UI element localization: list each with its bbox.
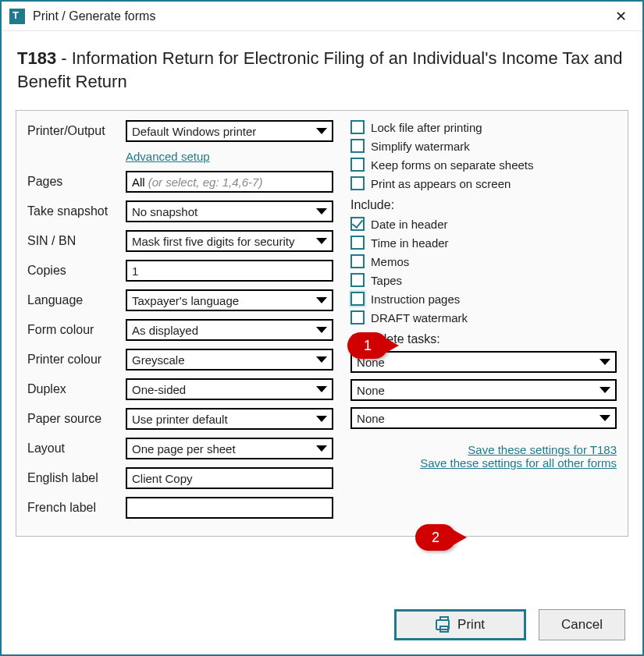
complete-task-3-value: None: [357, 412, 385, 425]
complete-task-2-value: None: [357, 384, 385, 397]
snapshot-select[interactable]: No snapshot: [126, 200, 333, 222]
complete-task-2-select[interactable]: None: [350, 379, 617, 401]
snapshot-value: No snapshot: [132, 205, 197, 218]
separate-sheets-label: Keep forms on separate sheets: [371, 158, 533, 172]
left-column: Printer/Output Default Windows printer A…: [27, 120, 333, 527]
window-title: Print / Generate forms: [33, 9, 607, 23]
form-colour-select[interactable]: As displayed: [126, 319, 333, 341]
tapes-label: Tapes: [371, 274, 402, 287]
settings-panel: Printer/Output Default Windows printer A…: [16, 110, 628, 537]
language-label: Language: [27, 293, 126, 307]
save-settings-all-forms-link[interactable]: Save these settings for all other forms: [420, 456, 617, 470]
complete-task-3-select[interactable]: None: [350, 407, 617, 429]
copies-value: 1: [132, 264, 138, 278]
print-button[interactable]: Print: [394, 609, 526, 640]
duplex-select[interactable]: One-sided: [126, 378, 333, 400]
app-icon: [9, 9, 25, 24]
advanced-setup-link[interactable]: Advanced setup: [126, 150, 210, 163]
dialog-header: T183 - Information Return for Electronic…: [2, 31, 642, 101]
chevron-down-icon: [316, 445, 327, 452]
printer-icon: [436, 619, 450, 630]
form-title: - Information Return for Electronic Fili…: [17, 48, 622, 91]
include-section-label: Include:: [350, 198, 617, 212]
form-colour-label: Form colour: [27, 323, 126, 337]
form-colour-value: As displayed: [132, 324, 198, 337]
form-code: T183: [17, 48, 56, 68]
time-in-header-label: Time in header: [371, 236, 449, 250]
paper-source-label: Paper source: [27, 412, 126, 426]
print-as-appears-label: Print as appears on screen: [371, 177, 511, 190]
duplex-value: One-sided: [132, 383, 186, 396]
chevron-down-icon: [600, 359, 610, 365]
chevron-down-icon: [316, 208, 327, 215]
dialog-print-generate-forms: Print / Generate forms ✕ T183 - Informat…: [0, 0, 644, 656]
printer-output-value: Default Windows printer: [132, 125, 256, 138]
chevron-down-icon: [316, 128, 327, 134]
chevron-down-icon: [316, 386, 327, 392]
instruction-pages-checkbox[interactable]: [350, 292, 365, 306]
draft-watermark-label: DRAFT watermark: [371, 311, 468, 324]
tapes-checkbox[interactable]: [350, 273, 365, 287]
date-in-header-label: Date in header: [371, 218, 447, 231]
complete-task-1-select[interactable]: None: [350, 351, 617, 373]
cancel-button-label: Cancel: [561, 617, 603, 633]
print-as-appears-checkbox[interactable]: [350, 176, 365, 190]
instruction-pages-label: Instruction pages: [371, 293, 460, 306]
language-value: Taxpayer's language: [132, 294, 239, 307]
pages-placeholder: (or select, eg: 1,4,6-7): [148, 176, 263, 189]
chevron-down-icon: [316, 416, 327, 422]
chevron-down-icon: [600, 415, 610, 421]
printer-output-select[interactable]: Default Windows printer: [126, 120, 333, 142]
memos-checkbox[interactable]: [350, 254, 365, 268]
chevron-down-icon: [316, 238, 327, 244]
titlebar: Print / Generate forms ✕: [2, 2, 642, 31]
annotation-callout-2: 2: [415, 524, 456, 551]
english-label-label: English label: [27, 471, 126, 485]
lock-file-checkbox[interactable]: [350, 120, 365, 134]
dialog-footer: Print Cancel: [394, 609, 625, 640]
chevron-down-icon: [316, 297, 327, 303]
annotation-callout-1: 1: [347, 332, 388, 359]
draft-watermark-checkbox[interactable]: [350, 310, 365, 324]
printer-output-label: Printer/Output: [27, 124, 126, 138]
simplify-watermark-checkbox[interactable]: [350, 139, 365, 153]
pages-input[interactable]: All (or select, eg: 1,4,6-7): [126, 171, 333, 193]
sin-bn-select[interactable]: Mask first five digits for security: [126, 230, 333, 252]
copies-label: Copies: [27, 264, 126, 278]
layout-value: One page per sheet: [132, 442, 236, 456]
english-label-value: Client Copy: [132, 472, 193, 485]
layout-label: Layout: [27, 441, 126, 456]
date-in-header-checkbox[interactable]: [350, 217, 365, 231]
snapshot-label: Take snapshot: [27, 204, 126, 218]
copies-input[interactable]: 1: [126, 260, 333, 282]
simplify-watermark-label: Simplify watermark: [371, 140, 470, 153]
memos-label: Memos: [371, 255, 409, 268]
printer-colour-label: Printer colour: [27, 353, 126, 367]
paper-source-value: Use printer default: [132, 413, 228, 426]
chevron-down-icon: [600, 387, 610, 393]
right-column: Lock file after printing Simplify waterm…: [350, 120, 617, 527]
french-label-input[interactable]: [126, 497, 333, 519]
chevron-down-icon: [316, 327, 327, 333]
duplex-label: Duplex: [27, 382, 126, 396]
separate-sheets-checkbox[interactable]: [350, 158, 365, 172]
print-button-label: Print: [457, 617, 485, 633]
lock-file-label: Lock file after printing: [371, 121, 482, 134]
french-label-label: French label: [27, 501, 126, 515]
chevron-down-icon: [316, 356, 327, 363]
printer-colour-select[interactable]: Greyscale: [126, 349, 333, 371]
printer-colour-value: Greyscale: [132, 353, 185, 367]
pages-label: Pages: [27, 175, 126, 189]
sin-bn-value: Mask first five digits for security: [132, 235, 294, 248]
save-settings-t183-link[interactable]: Save these settings for T183: [468, 443, 617, 456]
close-button[interactable]: ✕: [607, 5, 635, 28]
english-label-input[interactable]: Client Copy: [126, 467, 333, 489]
cancel-button[interactable]: Cancel: [539, 609, 625, 640]
sin-bn-label: SIN / BN: [27, 234, 126, 248]
pages-value: All: [132, 176, 145, 189]
paper-source-select[interactable]: Use printer default: [126, 408, 333, 430]
layout-select[interactable]: One page per sheet: [126, 438, 333, 459]
time-in-header-checkbox[interactable]: [350, 236, 365, 250]
language-select[interactable]: Taxpayer's language: [126, 289, 333, 311]
